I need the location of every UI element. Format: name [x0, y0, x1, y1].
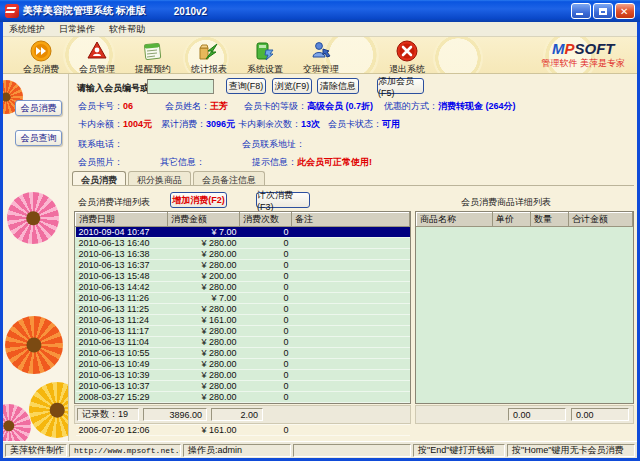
balance-value: 1004元 — [123, 119, 152, 129]
table-row[interactable]: 2010-06-13 11:04 ¥ 280.00 0 — [76, 337, 410, 348]
consume-table[interactable]: 消费日期 消费金额 消费次数 备注 2010-09-04 10:47 ¥ 7.0… — [74, 211, 411, 404]
card-no-label: 会员卡号： — [78, 101, 123, 111]
col-consume-amount[interactable]: 消费金额 — [168, 213, 240, 227]
product-qty-total: 0.00 — [508, 408, 566, 421]
shift-manage-icon — [310, 39, 333, 62]
table-row[interactable]: 2010-09-04 10:47 ¥ 7.00 0 — [76, 227, 410, 238]
photo-label: 会员照片： — [78, 157, 123, 167]
col-product-total[interactable]: 合计金额 — [569, 213, 633, 227]
sidebar-member-consume-button[interactable]: 会员消费 — [15, 100, 62, 116]
toolbar-stats-report[interactable]: 统计报表 — [181, 39, 237, 74]
product-amount-total: 0.00 — [571, 408, 629, 421]
card-status-value: 可用 — [382, 119, 400, 129]
close-button[interactable]: ✕ — [615, 3, 635, 19]
consume-list-title: 会员消费详细列表 — [78, 196, 150, 209]
table-row[interactable]: 2010-06-13 11:17 ¥ 280.00 0 — [76, 326, 410, 337]
tab-strip: 会员消费 积分换商品 会员备注信息 — [72, 171, 634, 186]
toolbar-label: 交班管理 — [303, 63, 339, 74]
table-row[interactable]: 2010-06-13 16:38 ¥ 280.00 0 — [76, 249, 410, 260]
logo-slogan: 管理软件 美萍是专家 — [541, 57, 625, 70]
maximize-button[interactable] — [593, 3, 613, 19]
add-consume-button[interactable]: 增加消费(F2) — [170, 192, 227, 208]
clear-info-button[interactable]: 清除信息 — [317, 78, 359, 94]
toolbar-shift-manage[interactable]: 交班管理 — [293, 39, 349, 74]
status-empty — [293, 444, 411, 457]
query-button[interactable]: 查询(F8) — [226, 78, 266, 94]
minimize-button[interactable] — [571, 3, 591, 19]
main-content: 请输入会员编号或姓名 查询(F8) 浏览(F9) 清除信息 添加会员(F5) 会… — [70, 74, 637, 441]
status-url: http://www.mpsoft.net.cn — [69, 444, 181, 457]
table-row[interactable]: 2010-06-13 10:39 ¥ 280.00 0 — [76, 370, 410, 381]
product-table-footer: 0.00 0.00 — [415, 405, 634, 424]
status-bar: 美萍软件制作 http://www.mpsoft.net.cn 操作员:admi… — [3, 441, 637, 458]
lemon-decoration — [433, 37, 483, 74]
table-row[interactable]: 2008-03-27 15:29 ¥ 280.00 0 — [76, 392, 410, 403]
remaining-times-value: 13次 — [301, 119, 320, 129]
tab-member-consume[interactable]: 会员消费 — [72, 171, 126, 185]
member-search-input[interactable] — [147, 79, 214, 94]
menu-bar: 系统维护 日常操作 软件帮助 — [3, 22, 637, 37]
flower-decoration — [5, 316, 63, 374]
table-row[interactable]: 2010-06-13 11:24 ¥ 161.00 0 — [76, 315, 410, 326]
tab-points-exchange[interactable]: 积分换商品 — [128, 171, 191, 185]
table-row[interactable]: 2010-06-13 10:49 ¥ 280.00 0 — [76, 359, 410, 370]
count-total: 2.00 — [211, 408, 263, 421]
toolbar-member-manage[interactable]: 会员管理 — [69, 39, 125, 74]
table-row[interactable]: 2010-06-13 14:42 ¥ 280.00 0 — [76, 282, 410, 293]
search-row: 请输入会员编号或姓名 查询(F8) 浏览(F9) 清除信息 添加会员(F5) — [70, 77, 637, 97]
consume-table-footer: 记录数：19 3896.00 2.00 — [74, 405, 411, 424]
table-row[interactable]: 2010-06-13 11:25 ¥ 280.00 0 — [76, 304, 410, 315]
card-no-value: 06 — [123, 101, 133, 111]
table-row[interactable]: 2006-07-20 12:06 ¥ 161.00 0 — [76, 425, 410, 436]
col-product-name[interactable]: 商品名称 — [417, 213, 493, 227]
col-product-price[interactable]: 单价 — [493, 213, 531, 227]
stats-report-icon — [198, 39, 221, 62]
member-info: 会员卡号：06 会员姓名：王芳 会员卡的等级：高级会员 (0.7折) 优惠的方式… — [70, 98, 637, 170]
count-consume-button[interactable]: 计次消费(F3) — [256, 192, 310, 208]
tab-member-notes[interactable]: 会员备注信息 — [193, 171, 265, 185]
browse-button[interactable]: 浏览(F9) — [272, 78, 312, 94]
table-row[interactable]: 2010-06-13 10:37 ¥ 280.00 0 — [76, 381, 410, 392]
table-row[interactable]: 2010-06-13 16:40 ¥ 280.00 0 — [76, 238, 410, 249]
consume-panel-header: 会员消费详细列表 增加消费(F2) 计次消费(F3) — [70, 190, 413, 210]
title-bar: 美萍美容院管理系统 标准版 2010v2 ✕ — [0, 0, 640, 22]
discount-mode-label: 优惠的方式： — [384, 101, 438, 111]
col-consume-note[interactable]: 备注 — [292, 213, 410, 227]
table-row[interactable]: 2010-06-13 10:55 ¥ 280.00 0 — [76, 348, 410, 359]
toolbar-exit-system[interactable]: 退出系统 — [379, 39, 435, 74]
col-product-qty[interactable]: 数量 — [531, 213, 569, 227]
status-hint-home: 按"Home"键用无卡会员消费 — [507, 444, 635, 457]
exit-system-icon — [396, 39, 419, 62]
total-consume-label: 累计消费： — [161, 119, 206, 129]
col-consume-count[interactable]: 消费次数 — [240, 213, 292, 227]
add-member-button[interactable]: 添加会员(F5) — [377, 78, 424, 94]
toolbar-remind-appointment[interactable]: 提醒预约 — [125, 39, 181, 74]
toolbar-label: 提醒预约 — [135, 63, 171, 74]
toolbar-member-consume[interactable]: 会员消费 — [13, 39, 69, 74]
toolbar-label: 系统设置 — [247, 63, 283, 74]
remaining-times-label: 卡内剩余次数： — [238, 119, 301, 129]
table-row[interactable]: 2010-06-13 15:48 ¥ 200.00 0 — [76, 271, 410, 282]
status-maker: 美萍软件制作 — [5, 444, 67, 457]
card-level-label: 会员卡的等级： — [244, 101, 307, 111]
member-consume-icon — [30, 39, 53, 62]
col-consume-date[interactable]: 消费日期 — [76, 213, 168, 227]
menu-daily-operation[interactable]: 日常操作 — [59, 23, 95, 36]
table-row[interactable]: 2010-06-13 16:37 ¥ 280.00 0 — [76, 260, 410, 271]
menu-software-help[interactable]: 软件帮助 — [109, 23, 145, 36]
product-table[interactable]: 商品名称 单价 数量 合计金额 — [415, 211, 634, 404]
mpsoft-logo: MPSOFT 管理软件 美萍是专家 — [541, 41, 625, 70]
member-manage-icon — [86, 39, 109, 62]
balance-label: 卡内余额： — [78, 119, 123, 129]
menu-system-maintenance[interactable]: 系统维护 — [9, 23, 45, 36]
toolbar-system-settings[interactable]: 系统设置 — [237, 39, 293, 74]
phone-label: 联系电话： — [78, 139, 123, 149]
toolbar-label: 会员管理 — [79, 63, 115, 74]
toolbar-label: 退出系统 — [389, 63, 425, 74]
flower-decoration — [7, 192, 59, 244]
sidebar-member-query-button[interactable]: 会员查询 — [15, 130, 62, 146]
table-row[interactable]: 2010-06-13 11:26 ¥ 7.00 0 — [76, 293, 410, 304]
card-status-label: 会员卡状态： — [328, 119, 382, 129]
member-name-value: 王芳 — [210, 101, 228, 111]
app-window: 美萍美容院管理系统 标准版 2010v2 ✕ 系统维护 日常操作 软件帮助 会员… — [0, 0, 640, 461]
